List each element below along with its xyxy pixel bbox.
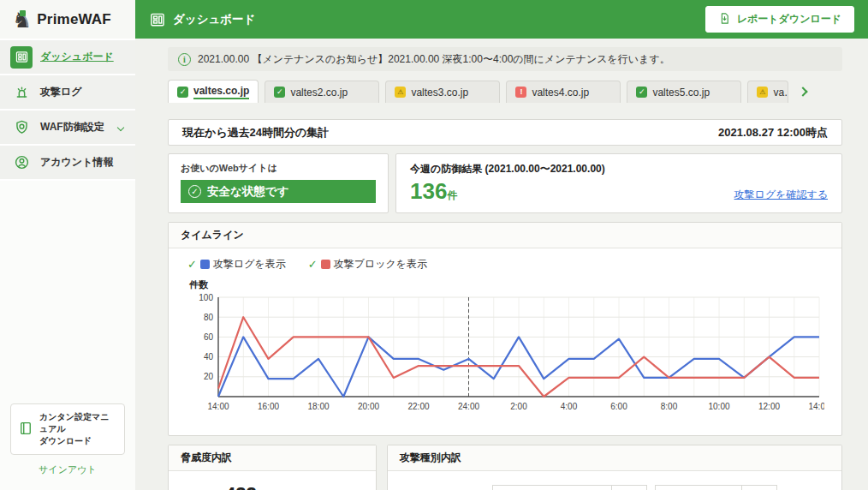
svg-text:18:00: 18:00: [307, 402, 329, 411]
tab-site-2[interactable]: ✓valtes2.co.jp: [265, 81, 379, 103]
chevron-right-icon: [799, 87, 808, 96]
svg-text:6:00: 6:00: [610, 402, 627, 411]
status-icon: ✓: [177, 87, 188, 98]
attack-type-item: OSコマンド 19件: [655, 485, 777, 490]
y-axis-label: 件数: [189, 278, 829, 291]
site-tabs: ✓valtes.co.jp ✓valtes2.co.jp ⚠valtes3.co…: [168, 80, 842, 103]
timeline-card: タイムライン ✓ 攻撃ログを表示 ✓ 攻撃ブロックを表示: [168, 222, 842, 436]
legend-toggle-attack-block[interactable]: ✓ 攻撃ブロックを表示: [308, 257, 427, 272]
svg-text:80: 80: [204, 313, 214, 322]
sidebar-item-account[interactable]: アカウント情報: [0, 146, 135, 181]
brand-name: PrimeWAF: [37, 11, 111, 28]
info-icon: i: [178, 53, 191, 66]
svg-text:20: 20: [204, 372, 214, 381]
page-title: ダッシュボード: [149, 11, 255, 28]
svg-text:8:00: 8:00: [661, 402, 678, 411]
tabs-scroll-right-button[interactable]: [794, 81, 812, 103]
status-banner: ✓ 安全な状態です: [181, 180, 376, 203]
timeline-legend: ✓ 攻撃ログを表示 ✓ 攻撃ブロックを表示: [187, 257, 829, 272]
summary-title: 現在から過去24時間分の集計: [182, 125, 329, 140]
svg-text:24:00: 24:00: [458, 402, 479, 411]
attack-type-count: 60件: [611, 486, 646, 490]
legend-swatch-blue: [200, 260, 210, 269]
sidebar-item-label: ダッシュボード: [40, 50, 114, 64]
tab-site-6[interactable]: ⚠va…: [747, 81, 788, 103]
status-icon: ⚠: [395, 87, 406, 98]
svg-text:12:00: 12:00: [758, 402, 780, 411]
legend-swatch-red: [321, 260, 330, 269]
signout-link[interactable]: サインアウト: [0, 463, 135, 476]
status-icon: ✓: [636, 87, 647, 98]
chevron-down-icon: [117, 123, 124, 130]
svg-text:2:00: 2:00: [510, 402, 527, 411]
weekly-title: 今週の防御結果 (2021.00.00〜2021.00.00): [410, 162, 828, 176]
manual-download-button[interactable]: カンタン設定マニュアルダウンロード: [10, 403, 125, 455]
manual-download-label: カンタン設定マニュアルダウンロード: [39, 411, 117, 447]
svg-text:16:00: 16:00: [258, 402, 279, 411]
summary-timestamp: 2021.08.27 12:00時点: [718, 125, 828, 140]
weekly-result-card: 今週の防御結果 (2021.00.00〜2021.00.00) 136件 攻撃ロ…: [395, 153, 842, 213]
dashboard-icon: [10, 46, 33, 69]
threat-total: 脅威総数422件: [169, 471, 376, 490]
svg-text:100: 100: [199, 293, 213, 302]
status-icon: ⚠: [757, 87, 768, 98]
tab-site-1[interactable]: ✓valtes.co.jp: [168, 80, 259, 103]
sidebar-item-dashboard[interactable]: ダッシュボード: [0, 40, 135, 75]
app-root: ♞ PrimeWAF ダッシュボード レポートダウンロード: [0, 0, 868, 490]
svg-text:14:00: 14:00: [207, 402, 229, 411]
svg-text:22:00: 22:00: [407, 402, 429, 411]
shield-icon: [10, 117, 33, 139]
attack-type-breakdown-card: 攻撃種別内訳 SQL 60件 OSコマンド 19件: [387, 445, 842, 490]
legend-label: 攻撃ブロックを表示: [334, 257, 427, 272]
sidebar-item-label: 攻撃ログ: [40, 85, 82, 99]
report-download-label: レポートダウンロード: [737, 12, 841, 27]
site-status-card: お使いのWebサイトは ✓ 安全な状態です: [168, 153, 389, 213]
svg-text:14:00: 14:00: [808, 402, 824, 411]
sidebar-item-waf-settings[interactable]: WAF防御設定: [0, 111, 135, 146]
status-icon: !: [515, 87, 526, 98]
page-title-text: ダッシュボード: [173, 12, 255, 27]
main-content: i 2021.00.00 【メンテナンスのお知らせ】2021.00.00 深夜1…: [135, 39, 868, 490]
status-icon: ✓: [274, 87, 285, 98]
check-circle-icon: ✓: [188, 185, 201, 198]
attack-log-link[interactable]: 攻撃ログを確認する: [734, 188, 828, 202]
svg-text:10:00: 10:00: [708, 402, 729, 411]
topbar-main: ダッシュボード レポートダウンロード: [135, 0, 868, 39]
legend-toggle-attack-log[interactable]: ✓ 攻撃ログを表示: [187, 257, 286, 272]
svg-text:4:00: 4:00: [561, 402, 578, 411]
report-download-button[interactable]: レポートダウンロード: [705, 6, 854, 33]
tab-site-3[interactable]: ⚠valtes3.co.jp: [385, 81, 500, 103]
sidebar: ダッシュボード 攻撃ログ WAF防御設定 アカウント情報: [0, 39, 135, 490]
threat-title: 脅威度内訳: [169, 445, 376, 471]
sidebar-item-label: WAF防御設定: [40, 120, 104, 134]
site-status-label: お使いのWebサイトは: [181, 162, 376, 175]
tab-site-5[interactable]: ✓valtes5.co.jp: [627, 81, 741, 103]
tab-site-4[interactable]: !valtes4.co.jp: [506, 81, 621, 103]
dashboard-icon: [149, 11, 166, 28]
timeline-title: タイムライン: [169, 223, 841, 248]
download-icon: [718, 12, 731, 27]
timeline-chart: 2040608010014:0016:0018:0020:0022:0024:0…: [187, 293, 824, 418]
knight-logo-icon: ♞: [12, 9, 32, 31]
sidebar-item-attack-log[interactable]: 攻撃ログ: [0, 75, 135, 111]
topbar: ♞ PrimeWAF ダッシュボード レポートダウンロード: [0, 0, 868, 39]
attack-type-count: 19件: [741, 486, 776, 490]
siren-icon: [10, 81, 33, 104]
notice-text: 2021.00.00 【メンテナンスのお知らせ】2021.00.00 深夜1:0…: [198, 52, 670, 67]
status-banner-text: 安全な状態です: [207, 184, 288, 200]
check-icon: ✓: [308, 258, 318, 271]
maintenance-notice: i 2021.00.00 【メンテナンスのお知らせ】2021.00.00 深夜1…: [168, 47, 842, 71]
svg-text:40: 40: [204, 352, 214, 362]
book-icon: [18, 421, 33, 439]
summary-card: 現在から過去24時間分の集計 2021.08.27 12:00時点: [168, 119, 842, 146]
check-icon: ✓: [187, 258, 197, 271]
svg-text:60: 60: [204, 332, 214, 342]
svg-text:20:00: 20:00: [358, 402, 379, 411]
attack-type-item: SQL 60件: [492, 485, 647, 490]
threat-breakdown-card: 脅威度内訳 脅威総数422件: [168, 445, 377, 490]
legend-label: 攻撃ログを表示: [213, 257, 286, 272]
attack-types-title: 攻撃種別内訳: [388, 445, 841, 471]
brand-logo: ♞ PrimeWAF: [0, 0, 135, 39]
account-icon: [10, 152, 33, 174]
sidebar-item-label: アカウント情報: [40, 155, 113, 170]
